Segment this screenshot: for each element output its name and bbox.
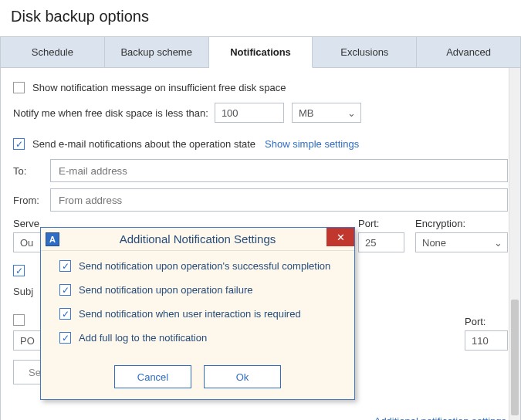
- chk-notify-interaction[interactable]: [59, 308, 71, 320]
- lbl-from: From:: [13, 195, 50, 206]
- lbl-notify-failure: Send notification upon operation failure: [79, 284, 253, 296]
- lbl-port2: Port:: [465, 316, 508, 327]
- tab-backup-scheme[interactable]: Backup scheme: [105, 36, 209, 68]
- chk-notify-success[interactable]: [59, 260, 71, 272]
- select-encryption-value: None: [422, 237, 446, 249]
- input-threshold-value[interactable]: [215, 103, 284, 123]
- chk-unknown-1[interactable]: [13, 265, 25, 276]
- input-port[interactable]: [358, 232, 404, 252]
- lbl-full-log: Add full log to the notification: [79, 332, 207, 344]
- scrollbar-thumb[interactable]: [511, 300, 519, 415]
- input-to[interactable]: [50, 159, 508, 182]
- chk-full-log[interactable]: [59, 332, 71, 344]
- lbl-to: To:: [13, 165, 50, 177]
- modal-additional-settings: A Additional Notification Settings ✕ Sen…: [40, 227, 355, 400]
- tab-advanced[interactable]: Advanced: [417, 36, 521, 68]
- select-threshold-unit[interactable]: MB ⌄: [292, 103, 361, 123]
- input-port2[interactable]: [465, 330, 508, 351]
- btn-ok[interactable]: Ok: [204, 365, 281, 388]
- link-additional-settings[interactable]: Additional notification settings: [374, 415, 506, 420]
- chevron-down-icon: ⌄: [494, 237, 502, 249]
- chk-email-state[interactable]: [13, 138, 25, 150]
- page-title: Disk backup options: [11, 8, 521, 25]
- tab-bar: Schedule Backup scheme Notifications Exc…: [0, 36, 521, 68]
- tab-exclusions[interactable]: Exclusions: [313, 36, 417, 68]
- modal-titlebar: A Additional Notification Settings ✕: [41, 228, 354, 251]
- btn-cancel[interactable]: Cancel: [114, 365, 191, 388]
- lbl-notify-success: Send notification upon operation's succe…: [79, 260, 330, 272]
- lbl-insufficient-space: Show notification message on insufficien…: [32, 82, 286, 93]
- lbl-encryption: Encryption:: [415, 218, 508, 229]
- close-icon[interactable]: ✕: [326, 228, 354, 246]
- app-icon: A: [46, 232, 59, 246]
- input-from[interactable]: [50, 188, 508, 212]
- link-simple-settings[interactable]: Show simple settings: [265, 138, 359, 150]
- chk-notify-failure[interactable]: [59, 284, 71, 296]
- modal-title: Additional Notification Settings: [120, 232, 276, 246]
- select-threshold-unit-value: MB: [299, 107, 314, 119]
- chk-insufficient-space[interactable]: [13, 82, 25, 93]
- lbl-threshold: Notify me when free disk space is less t…: [13, 107, 208, 119]
- tab-notifications[interactable]: Notifications: [209, 36, 313, 68]
- tab-schedule[interactable]: Schedule: [0, 36, 105, 68]
- select-encryption[interactable]: None ⌄: [415, 232, 508, 252]
- chk-unknown-2[interactable]: [13, 314, 25, 326]
- lbl-notify-interaction: Send notification when user interaction …: [79, 308, 301, 320]
- lbl-email-state: Send e-mail notifications about the oper…: [32, 138, 255, 150]
- chevron-down-icon: ⌄: [347, 107, 356, 119]
- scrollbar[interactable]: [509, 68, 520, 420]
- lbl-port: Port:: [358, 218, 404, 229]
